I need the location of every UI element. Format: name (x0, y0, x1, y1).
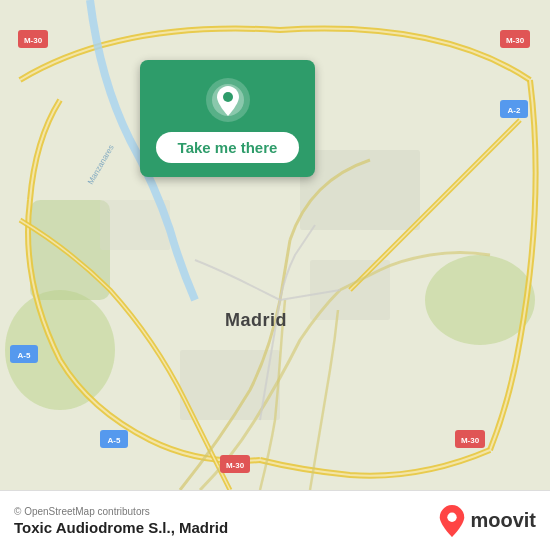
svg-point-26 (448, 512, 457, 521)
moovit-pin-icon (438, 505, 466, 537)
svg-text:A-5: A-5 (108, 436, 121, 445)
svg-rect-3 (30, 200, 110, 300)
bottom-bar: © OpenStreetMap contributors Toxic Audio… (0, 490, 550, 550)
moovit-logo[interactable]: moovit (438, 505, 536, 537)
svg-text:M-30: M-30 (24, 36, 43, 45)
map-container[interactable]: M-30 M-30 A-2 A-5 A-5 M-30 M-30 Manzanar… (0, 0, 550, 490)
place-name: Toxic Audiodrome S.l., Madrid (14, 519, 228, 536)
svg-point-25 (223, 92, 233, 102)
svg-text:A-2: A-2 (508, 106, 521, 115)
moovit-brand-text: moovit (470, 509, 536, 532)
svg-text:M-30: M-30 (461, 436, 480, 445)
svg-text:M-30: M-30 (506, 36, 525, 45)
svg-text:A-5: A-5 (18, 351, 31, 360)
take-me-there-button[interactable]: Take me there (156, 132, 300, 163)
map-attribution: © OpenStreetMap contributors (14, 506, 228, 517)
location-card[interactable]: Take me there (140, 60, 315, 177)
bottom-left-info: © OpenStreetMap contributors Toxic Audio… (14, 506, 228, 536)
svg-text:M-30: M-30 (226, 461, 245, 470)
location-pin-icon (206, 78, 250, 122)
